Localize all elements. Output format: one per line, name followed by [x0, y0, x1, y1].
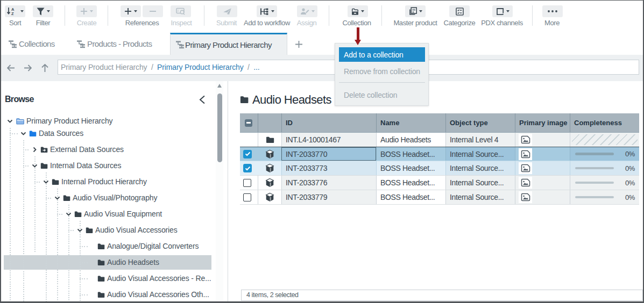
svg-text:Z: Z	[11, 11, 14, 16]
